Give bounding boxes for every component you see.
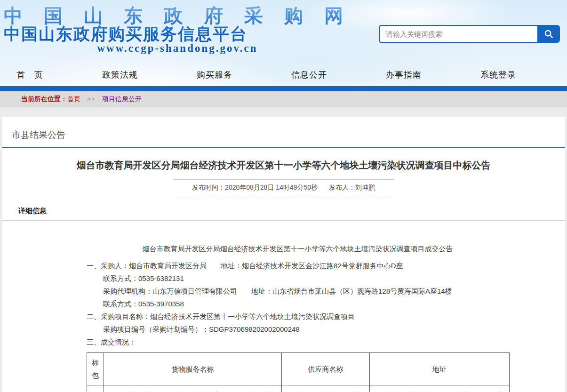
search-button[interactable] [537,25,560,43]
section-title-row: 市县结果公告 [2,129,565,148]
paragraph-agency: 采购代理机构：山东万信项目管理有限公司 地址：山东省烟台市莱山县（区）观海路12… [87,285,509,297]
table-row: 1 烟台经济技术开发区第十一小学等六个地块土壤污染状况调查项目 山东海岳环境科技… [87,385,510,392]
nav-item-policies[interactable]: 政策法规 [102,69,138,80]
detail-label: 详细信息 [18,207,47,215]
publisher: 发布人：刘坤鹏 [329,184,375,191]
detail-header-row: 详细信息 [2,196,565,221]
site-header: 中 国 山 东 政 府 采 购 网 中国山东政府购买服务信息平台 www.ccg… [0,0,567,86]
cell-supplier-name: 山东海岳环境科技股份有限公司 [282,385,370,392]
search-input[interactable] [379,25,537,43]
breadcrumb-current-link[interactable]: 项目信息公开 [102,95,142,104]
main-content: 市县结果公告 烟台市教育局开发区分局烟台经济技术开发区第十一小学等六个地块土壤污… [2,117,565,392]
breadcrumb-home-link[interactable]: 首页 [67,95,80,104]
col-header-lot: 标包 [87,353,104,385]
nav-divider-bar [0,86,567,91]
nav-item-home[interactable]: 首 页 [16,69,43,80]
nav-item-guide[interactable]: 办事指南 [386,69,422,80]
paragraph-project-name: 二、采购项目名称：烟台经济技术开发区第十一小学等六个地块土壤污染状况调查项目 [87,310,509,323]
cell-goods-service-name: 烟台经济技术开发区第十一小学等六个地块土壤污染状况调查项目 [104,385,282,392]
breadcrumb: 当前所在位置： 首页 >> 项目信息公开 [0,91,567,107]
breadcrumb-prefix: 当前所在位置： [21,95,67,104]
breadcrumb-separator: >> [87,96,96,103]
nav-item-purchase-services[interactable]: 购买服务 [197,69,232,80]
col-header-goods-service-name: 货物服务名称 [104,353,282,385]
paragraph-purchaser-contact: 联系方式：0535-6382131 [87,272,509,285]
nav-item-information[interactable]: 信息公开 [291,69,327,80]
nav-item-login[interactable]: 系统登录 [480,69,516,80]
paragraph-purchaser: 一、采购人：烟台市教育局开发区分局 地址：烟台经济技术开发区金沙江路82号党群服… [87,259,509,272]
publish-info: 发布时间：2020年08月28日 14时49分50秒 发布人：刘坤鹏 [173,179,394,196]
paragraph-agency-contact: 联系方式：0535-3970358 [87,297,509,310]
main-nav: 首 页 政策法规 购买服务 信息公开 办事指南 系统登录 [0,64,567,86]
table-header-row: 标包 货物服务名称 供应商名称 地址 [87,353,510,385]
article-body: 烟台市教育局开发区分局烟台经济技术开发区第十一小学等六个地块土壤污染状况调查项目… [87,242,509,392]
article-heading: 烟台市教育局开发区分局烟台经济技术开发区第十一小学等六个地块土壤污染状况调查项目… [87,242,509,255]
search-icon [543,29,554,39]
site-url: www.ccgp-shandong.gov.cn [4,43,351,54]
col-header-address: 地址 [370,353,510,385]
cell-lot: 1 [87,385,104,392]
article-title: 烟台市教育局开发区分局烟台经济技术开发区第十一小学等六个地块土壤污染状况调查项目… [30,159,537,172]
site-subtitle: 中国山东政府购买服务信息平台 [4,25,351,43]
site-title: 中 国 山 东 政 府 采 购 网 [4,6,351,25]
site-logo[interactable]: 中 国 山 东 政 府 采 购 网 中国山东政府购买服务信息平台 www.ccg… [4,6,351,54]
paragraph-deal-section: 三、成交情况： [87,336,509,348]
cell-address: 山东省烟台市经济开发区金沙江路29号宏源商务7楼 [370,385,510,392]
spacer-strip [0,107,567,117]
search-bar [379,25,560,43]
col-header-supplier-name: 供应商名称 [282,353,370,385]
paragraph-project-number: 采购项目编号（采购计划编号）：SDGP370698202002000248 [87,323,509,336]
publish-time: 发布时间：2020年08月28日 14时49分50秒 [192,184,318,191]
deal-result-table: 标包 货物服务名称 供应商名称 地址 1 烟台经济技术开发区第十一小学等六个地块… [87,352,510,392]
section-title: 市县结果公告 [12,130,65,140]
